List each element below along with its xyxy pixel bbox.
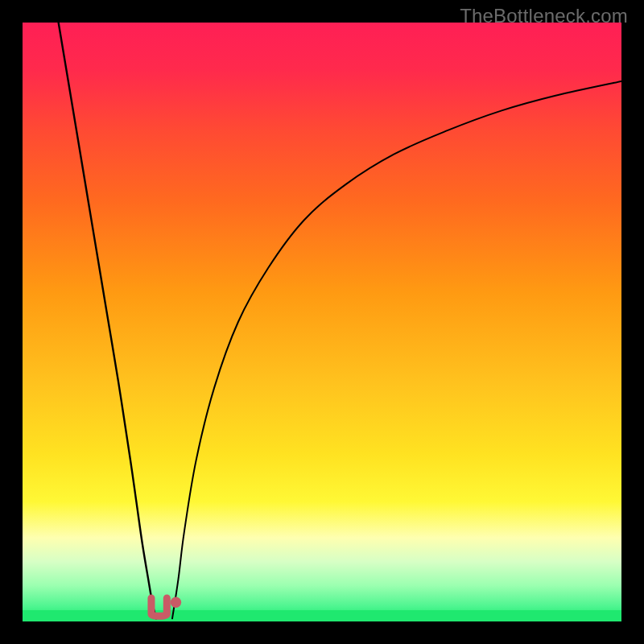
watermark-text: TheBottleneck.com: [460, 5, 628, 27]
dot-marker: [171, 597, 181, 607]
u-marker: [151, 598, 167, 616]
chart-frame: TheBottleneck.com: [0, 0, 644, 644]
plot-area: [23, 23, 621, 621]
markers-layer: [23, 23, 621, 621]
